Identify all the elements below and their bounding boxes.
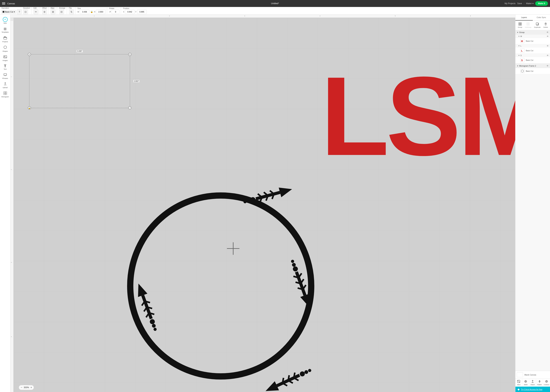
sidebar-text-label: Text — [4, 68, 7, 70]
svg-text:S: S — [521, 59, 523, 62]
toolbar-position-group: Position X Y — [123, 7, 148, 14]
handle-lock[interactable]: 🔒 — [28, 106, 31, 110]
slice-action[interactable]: Slice — [515, 379, 522, 387]
svg-rect-60 — [519, 23, 520, 24]
delete-icon — [544, 22, 547, 26]
svg-rect-63 — [520, 24, 522, 25]
layer-group-frame: ▼ Monogram Frame 2 👁 Basic Cut — [515, 63, 550, 74]
sidebar-item-monogram[interactable]: Monogram — [1, 90, 10, 99]
layer-item-label-m: Basic Cut — [526, 40, 549, 42]
sidebar-item-templates[interactable]: ⊞ Templates — [1, 26, 10, 34]
sidebar-item-images[interactable]: Images — [1, 54, 10, 62]
tab-layers[interactable]: Layers — [515, 14, 533, 21]
sidebar-images-label: Images — [3, 60, 8, 61]
svg-rect-61 — [520, 23, 522, 24]
monogram-icon — [3, 91, 7, 96]
save-link[interactable]: Save — [517, 2, 522, 5]
sidebar-item-upload[interactable]: Upload — [1, 81, 10, 90]
operation-help-btn[interactable]: ? — [17, 9, 22, 14]
delete-action[interactable]: Delete — [542, 22, 549, 29]
rotate-input[interactable] — [112, 10, 120, 14]
duplicate-icon — [536, 22, 539, 26]
layer-thumb-s: S — [520, 58, 524, 62]
sidebar-shapes-label: Shapes — [2, 50, 8, 52]
handle-rotate[interactable]: ↻ — [128, 53, 131, 56]
pos-y-input[interactable] — [137, 10, 147, 14]
sidebar-item-projects[interactable]: Projects — [1, 35, 10, 44]
svg-rect-10 — [4, 93, 5, 95]
templates-icon: ⊞ — [4, 27, 7, 31]
svg-text:M: M — [521, 40, 523, 42]
sub-group-m[interactable]: ▼ M 👁 — [515, 35, 550, 38]
zoom-out-btn[interactable]: − — [21, 386, 22, 389]
panel-tabs: Layers Color Sync — [515, 14, 550, 21]
canvas-area: 1 2 3 4 5 6 1 2 3 4 — [10, 14, 515, 392]
svg-point-6 — [5, 76, 5, 76]
make-it-button[interactable]: Make It — [535, 1, 548, 6]
ruler-horizontal: 1 2 3 4 5 6 — [10, 14, 515, 18]
svg-rect-9 — [5, 91, 7, 93]
frame-group-header[interactable]: ▼ Monogram Frame 2 👁 — [515, 63, 550, 68]
lock-icon: 🔒 — [90, 11, 93, 13]
svg-point-81 — [546, 381, 547, 382]
layer-toolbar: Group UnGroup Duplicate Delete — [515, 21, 550, 30]
canvas-content[interactable]: ✕ ↻ 🔒 ↗ 3.436" 2.003" — [14, 18, 515, 392]
operation-label: Operation — [1, 7, 9, 9]
slice-icon — [517, 380, 520, 384]
sub-group-s[interactable]: ▼ S 👁 — [515, 54, 550, 57]
delete-label: Delete — [543, 26, 548, 28]
layer-item-label-frame: Basic Cut — [526, 70, 549, 72]
operation-select[interactable]: Basic Cut ▾ — [1, 10, 16, 14]
toolbar-flip-group: Flip ⇅ — [69, 7, 75, 14]
attach-action[interactable]: Attach — [529, 379, 536, 387]
flip-btn[interactable]: ⇅ — [69, 9, 74, 14]
offset-btn[interactable]: ⊚ — [42, 9, 47, 14]
maker-selector[interactable]: Maker ▾ — [526, 2, 534, 5]
arrange-btn[interactable]: ⊟ — [59, 9, 64, 14]
layer-item-l-cut[interactable]: L Basic Cut — [515, 48, 550, 54]
tab-color-sync[interactable]: Color Sync — [533, 14, 550, 21]
layer-item-frame-cut[interactable]: Basic Cut — [515, 68, 550, 74]
toolbar-offset-group: Offset ⊚ — [42, 7, 49, 14]
svg-point-73 — [521, 70, 524, 72]
group-action[interactable]: Group — [517, 22, 523, 29]
toolbar-align-group: Align ⊞ — [51, 7, 57, 14]
align-btn[interactable]: ⊞ — [51, 9, 56, 14]
toolbar-size-group: Size W 🔒 H — [78, 7, 107, 14]
duplicate-action[interactable]: Duplicate — [533, 22, 542, 29]
layer-item-s-cut[interactable]: S Basic Cut — [515, 57, 550, 63]
my-projects-link[interactable]: My Projects — [505, 2, 515, 5]
handle-resize[interactable]: ↗ — [128, 106, 131, 110]
height-input[interactable] — [96, 10, 106, 14]
zoom-value: 300% — [24, 386, 29, 389]
sidebar-item-phrases[interactable]: Phrases — [1, 72, 10, 80]
sub-group-l[interactable]: ▼ L 👁 — [515, 44, 550, 48]
layer-group-main: ▼ Group 👁 ▼ M 👁 M Basic Cut — [515, 30, 550, 63]
pos-x-input[interactable] — [125, 10, 134, 14]
handle-close[interactable]: ✕ — [28, 53, 31, 56]
layer-item-m-cut[interactable]: M Basic Cut — [515, 38, 550, 44]
width-input[interactable] — [80, 10, 89, 14]
sidebar-new-label: New — [3, 22, 7, 24]
toolbar-deselect-group: Deselect ⊡ — [23, 7, 31, 14]
svg-point-7 — [6, 76, 6, 76]
sidebar-item-shapes[interactable]: Shapes — [1, 44, 10, 53]
contour-label: Contour — [544, 384, 549, 385]
flatten-action[interactable]: Flatten — [536, 379, 543, 387]
group-header[interactable]: ▼ Group 👁 — [515, 30, 550, 35]
selection-box[interactable]: ✕ ↻ 🔒 ↗ 3.436" 2.003" — [29, 54, 130, 108]
weld-action[interactable]: Weld — [522, 379, 529, 387]
sidebar-item-text[interactable]: T Text — [1, 63, 10, 71]
layer-thumb-m: M — [520, 39, 524, 43]
ungroup-action[interactable]: UnGroup — [524, 22, 532, 29]
deselect-btn[interactable]: ⊡ — [23, 9, 28, 14]
edit-btn[interactable]: ✏ — [34, 9, 38, 14]
zoom-in-btn[interactable]: + — [30, 386, 32, 389]
attach-label: Attach — [530, 384, 535, 385]
sidebar-item-new[interactable]: + New — [1, 16, 10, 25]
svg-rect-3 — [4, 56, 7, 58]
contour-action[interactable]: Contour — [543, 379, 550, 387]
group-visibility[interactable]: 👁 — [547, 31, 549, 34]
hamburger-menu[interactable] — [2, 2, 5, 5]
weld-label: Weld — [524, 384, 527, 385]
